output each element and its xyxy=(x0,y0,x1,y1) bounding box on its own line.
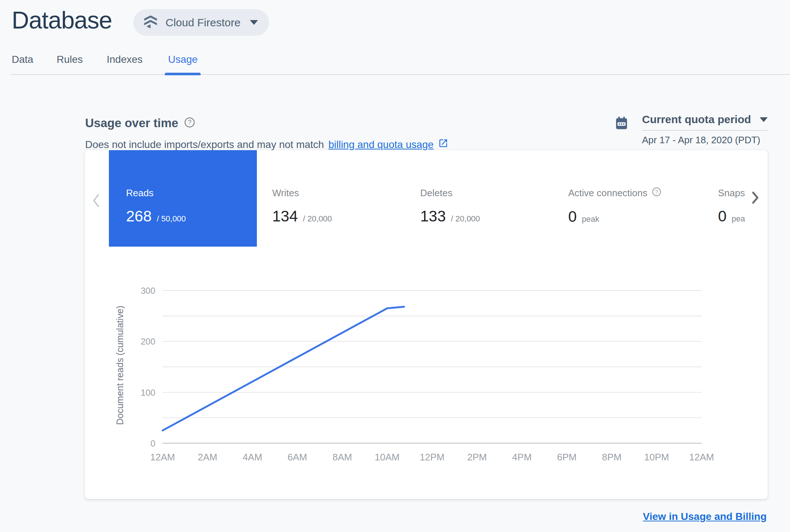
metric-label: Writes xyxy=(272,187,403,199)
metric-tile-active-connections[interactable]: Active connections ? 0 peak xyxy=(551,150,699,247)
tab-bar: Data Rules Indexes Usage xyxy=(0,52,790,75)
chevron-right-icon xyxy=(751,200,759,205)
metric-tile-deletes[interactable]: Deletes 133 / 20,000 xyxy=(403,150,551,247)
quota-period-select[interactable]: Current quota period xyxy=(642,113,768,126)
quota-period-label: Current quota period xyxy=(642,113,751,126)
usage-card: Reads 268 / 50,000 Writes 134 / 20,000 D… xyxy=(85,150,768,499)
y-tick-label: 100 xyxy=(141,388,155,398)
metric-label: Active connections xyxy=(568,187,647,199)
x-tick-label: 10AM xyxy=(375,452,400,463)
x-tick-label: 12PM xyxy=(420,452,445,463)
tab-usage[interactable]: Usage xyxy=(168,54,198,65)
help-icon[interactable]: ? xyxy=(652,187,661,199)
firestore-usage-page: Database Cloud Firestore Data Rules Inde… xyxy=(0,0,790,532)
metric-tile-reads[interactable]: Reads 268 / 50,000 xyxy=(109,150,257,247)
metric-quota: / 20,000 xyxy=(451,214,480,224)
view-usage-billing-link[interactable]: View in Usage and Billing xyxy=(643,511,767,522)
x-tick-label: 10PM xyxy=(644,452,669,463)
tab-data[interactable]: Data xyxy=(12,54,33,65)
quota-period-block: Current quota period Apr 17 - Apr 18, 20… xyxy=(615,113,768,146)
metric-label: Deletes xyxy=(420,187,551,199)
x-tick-label: 4AM xyxy=(243,452,262,463)
metric-quota: peak xyxy=(732,214,745,224)
x-tick-label: 2AM xyxy=(198,452,217,463)
metric-value: 268 xyxy=(126,208,152,225)
y-tick-label: 200 xyxy=(141,337,155,346)
metric-label: Snapsho xyxy=(718,187,745,199)
usage-line-chart: 010020030012AM2AM4AM6AM8AM10AM12PM2PM4PM… xyxy=(163,285,711,470)
metric-value: 0 xyxy=(568,208,577,225)
metric-value: 133 xyxy=(420,208,446,225)
section-subtitle: Does not include imports/exports and may… xyxy=(85,139,324,151)
svg-text:?: ? xyxy=(655,189,658,195)
caret-down-icon xyxy=(760,117,768,122)
quota-period-range: Apr 17 - Apr 18, 2020 (PDT) xyxy=(642,134,768,146)
metric-tiles: Reads 268 / 50,000 Writes 134 / 20,000 D… xyxy=(85,150,745,247)
metric-tile-snapshots[interactable]: Snapsho 0 peak xyxy=(701,150,745,247)
metric-value: 0 xyxy=(718,208,726,225)
metric-tile-writes[interactable]: Writes 134 / 20,000 xyxy=(255,150,403,247)
tab-bar-divider xyxy=(11,74,790,75)
metric-quota: / 20,000 xyxy=(303,214,332,224)
firestore-icon xyxy=(143,14,158,31)
metric-value: 134 xyxy=(272,208,298,225)
y-tick-label: 300 xyxy=(141,286,155,296)
help-icon[interactable]: ? xyxy=(184,117,195,129)
x-tick-label: 4PM xyxy=(512,452,532,463)
metric-quota: / 50,000 xyxy=(157,214,186,224)
x-tick-label: 6PM xyxy=(557,452,577,463)
metric-quota: peak xyxy=(582,214,599,224)
product-selector[interactable]: Cloud Firestore xyxy=(133,9,269,36)
calendar-icon xyxy=(615,115,628,132)
reads-series-line xyxy=(163,307,404,431)
x-tick-label: 12AM xyxy=(150,452,175,463)
svg-text:?: ? xyxy=(188,119,191,126)
x-tick-label: 8AM xyxy=(333,452,352,463)
usage-over-time-header: Usage over time ? Does not include impor… xyxy=(85,116,448,151)
chart-y-axis-title: Document reads (cumulative) xyxy=(113,285,126,446)
tab-indexes[interactable]: Indexes xyxy=(107,54,143,65)
x-tick-label: 6AM xyxy=(288,452,307,463)
section-title: Usage over time xyxy=(85,116,178,130)
tab-rules[interactable]: Rules xyxy=(57,54,83,65)
y-tick-label: 0 xyxy=(151,438,155,448)
external-link-icon[interactable] xyxy=(438,138,448,151)
product-selector-label: Cloud Firestore xyxy=(166,16,240,29)
x-tick-label: 12AM xyxy=(689,452,714,463)
caret-down-icon xyxy=(250,20,258,25)
metrics-scroll-right-button[interactable] xyxy=(751,191,759,205)
page-title: Database xyxy=(12,7,112,34)
billing-quota-usage-link[interactable]: billing and quota usage xyxy=(328,139,434,151)
metric-label: Reads xyxy=(126,187,257,199)
x-tick-label: 8PM xyxy=(602,452,621,463)
quota-separator xyxy=(642,130,768,131)
x-tick-label: 2PM xyxy=(467,452,487,463)
